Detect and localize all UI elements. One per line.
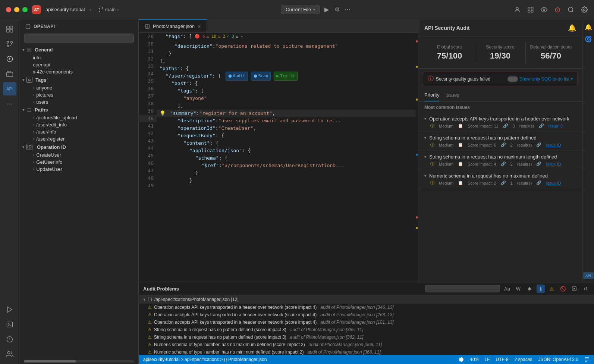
sidebar-item-get-user-info[interactable]: › GetUserInfo (19, 159, 138, 166)
problem-item-4[interactable]: ⚠ String schema in a request has no patt… (139, 326, 594, 333)
sqg-toggle[interactable] (507, 76, 518, 82)
sidebar-item-create-user[interactable]: › CreateUser (19, 151, 138, 159)
explorer-icon[interactable] (3, 22, 16, 36)
extensions-icon[interactable] (527, 6, 534, 13)
issue-id-link-3[interactable]: Issue ID (546, 162, 561, 166)
audit-button[interactable]: Audit (226, 72, 248, 81)
language-mode[interactable]: JSON: OpenAPI 3.0 (538, 357, 578, 362)
line-endings[interactable]: LF (485, 357, 490, 362)
problem-item-1[interactable]: ⚠ Operation accepts API keys transported… (139, 304, 594, 311)
gear-icon[interactable] (581, 6, 588, 13)
info-panel-icon[interactable] (3, 333, 16, 346)
issue-id-link-4[interactable]: Issue ID (546, 181, 561, 185)
issue-title-4[interactable]: ▾ Numeric schema in a request has no max… (424, 173, 576, 179)
notifications-icon[interactable]: 🔔 (568, 24, 576, 32)
data-validation-score-value: 56/70 (529, 51, 573, 61)
sidebar-item-path-register[interactable]: › /user/register (19, 135, 138, 142)
terminal-icon[interactable] (3, 318, 16, 331)
problem-file-header[interactable]: ▾ /api-specifications/PhotoManager.json … (139, 295, 594, 304)
indent[interactable]: 2 spaces (515, 357, 532, 362)
eye-icon[interactable] (540, 6, 548, 13)
problem-item-3[interactable]: ⚠ Operation accepts API keys transported… (139, 318, 594, 326)
show-sqg-button[interactable]: Show only SQG to-do list ▾ (507, 76, 573, 82)
minimize-button[interactable] (14, 7, 19, 12)
close-button[interactable] (6, 7, 11, 12)
sidebar-item-tags[interactable]: ▾ 🏷 Tags (19, 75, 138, 84)
issue-id-link-2[interactable]: Issue ID (546, 143, 561, 147)
api-icon[interactable]: API (3, 82, 16, 95)
sidebar-item-users[interactable]: › users (19, 98, 138, 106)
sidebar-item-path-edit-info[interactable]: › /user/edit_info (19, 121, 138, 128)
position-indicator[interactable]: 40:9 (470, 357, 478, 362)
sidebar-item-update-user[interactable]: › UpdateUser (19, 166, 138, 173)
sidebar-item-openapi[interactable]: openapi (19, 61, 138, 68)
warning-indicator-3 (416, 227, 418, 229)
issue-title-2[interactable]: ▾ String schema in a request has no patt… (424, 135, 576, 141)
sidebar-item-operation-id[interactable]: ▾ ID Operation ID (19, 142, 138, 151)
sidebar-scrollbar[interactable] (24, 360, 134, 363)
problem-item-2[interactable]: ⚠ Operation accepts API keys transported… (139, 311, 594, 318)
search-replace-icon[interactable]: ⊙ (554, 6, 561, 13)
link-icon-3: 🔗 (501, 161, 506, 166)
run-icon[interactable]: ▶ (323, 6, 330, 13)
more-options-icon[interactable]: ⋯ (344, 6, 351, 13)
tab-close-icon[interactable]: × (198, 23, 201, 29)
sidebar-item-path-upload[interactable]: › /picture/file_upload (19, 114, 138, 121)
user-icon[interactable] (513, 6, 521, 13)
font-size-icon[interactable]: Aa (503, 285, 511, 293)
refresh-icon[interactable]: ↺ (581, 285, 590, 293)
global-score-label: Global score (427, 44, 472, 50)
spiral-icon[interactable]: 🌀 (584, 34, 593, 43)
sidebar-item-pictures[interactable]: › pictures (19, 91, 138, 98)
format-document-icon[interactable] (584, 357, 590, 362)
charset[interactable]: UTF-8 (496, 357, 509, 362)
warn-icon-3: ⚠ (148, 320, 152, 325)
svg-point-23 (7, 352, 10, 354)
asterisk-icon[interactable]: ✱ (525, 285, 534, 293)
source-control-icon[interactable] (3, 37, 16, 51)
notification-bell-icon[interactable]: 🔔 (584, 22, 593, 31)
word-wrap-icon[interactable]: W (514, 285, 522, 293)
security-score-value: 19/30 (478, 51, 522, 61)
problems-search-input[interactable] (425, 285, 500, 292)
global-search-icon[interactable] (567, 6, 575, 13)
editor-tab-photomanager[interactable]: PhotoManager.json × (139, 19, 207, 32)
api-badge-icon[interactable]: API (583, 272, 594, 279)
collapse-badge-icon[interactable]: ▲ ▾ (236, 33, 243, 40)
settings-icon[interactable]: ⚙ (333, 6, 341, 13)
warning-filter-icon[interactable]: ⚠ (548, 285, 556, 293)
problem-item-5[interactable]: ⚠ String schema in a request has no patt… (139, 333, 594, 341)
scan-button[interactable]: Scan (251, 72, 271, 81)
info-filter-icon[interactable]: ℹ (537, 285, 545, 293)
svg-rect-9 (6, 26, 9, 29)
accounts-icon[interactable] (3, 348, 16, 361)
problem-item-7[interactable]: ⚠ Numeric schema of type 'number' has no… (139, 348, 594, 356)
openapi-icon[interactable] (3, 52, 16, 66)
current-file-button[interactable]: Current File ▾ (281, 5, 320, 14)
code-content[interactable]: "tags": [ 🔴 6 ⚠ 10 ⚠ 2 ✓ 3 ▲ ▾ (157, 33, 416, 282)
tab-issues[interactable]: Issues (445, 89, 459, 101)
tab-priority[interactable]: Priority (424, 89, 439, 101)
breadcrumb[interactable]: apisecurity-tutorial > api-specification… (143, 357, 267, 362)
branch-selector[interactable]: main › (98, 7, 119, 12)
sidebar-search-input[interactable] (24, 34, 134, 43)
sidebar-item-general[interactable]: ▾ General (19, 46, 138, 54)
issue-title-3[interactable]: ▾ String schema in a request has no maxi… (424, 154, 576, 160)
status-icon[interactable] (459, 357, 464, 362)
extensions2-icon[interactable] (3, 67, 16, 81)
sidebar-item-anyone[interactable]: › anyone (19, 84, 138, 91)
indent-text: 2 spaces (515, 357, 532, 362)
issue-title-1[interactable]: ▾ Operation accepts API keys transported… (424, 116, 576, 122)
more-activity-icon[interactable]: ··· (3, 97, 16, 110)
run-debug-icon[interactable] (3, 303, 16, 316)
sidebar-item-x42c[interactable]: x-42c-components (19, 68, 138, 75)
sidebar-item-path-info[interactable]: › /user/info (19, 128, 138, 135)
error-filter-icon[interactable]: 🚫 (559, 285, 567, 293)
issue-id-link-1[interactable]: Issue ID (549, 124, 563, 128)
problem-item-6[interactable]: ⚠ Numeric schema of type 'number' has no… (139, 341, 594, 348)
maximize-button[interactable] (22, 7, 28, 12)
sidebar-item-paths[interactable]: ▾ Paths (19, 106, 138, 114)
sidebar-item-info[interactable]: info (19, 54, 138, 61)
try-it-button[interactable]: ▶ Try it (274, 72, 297, 81)
collapse-all-icon[interactable] (570, 285, 578, 293)
